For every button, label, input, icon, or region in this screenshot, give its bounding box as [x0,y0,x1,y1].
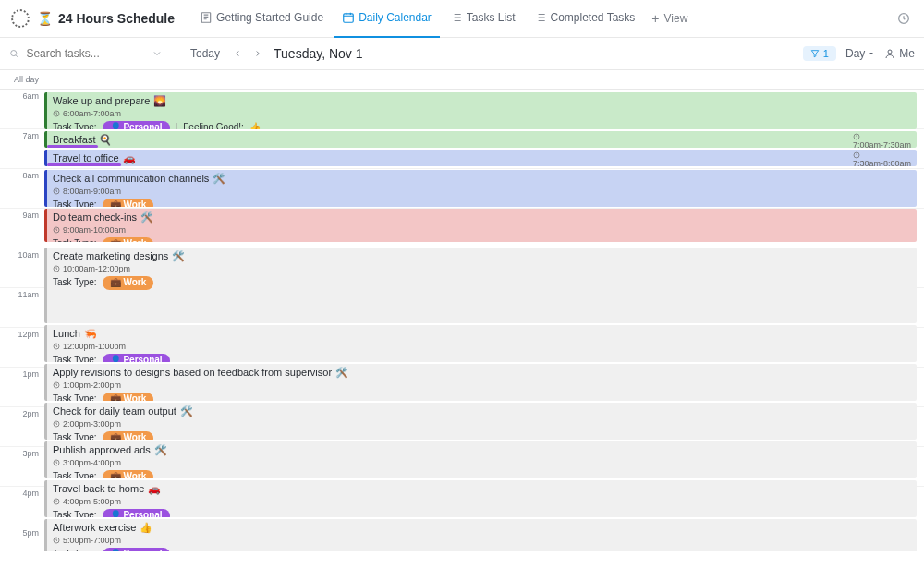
calendar-event[interactable]: Wake up and prepare 🌄6:00am-7:00amTask T… [44,92,917,129]
all-day-row: All day [0,70,924,90]
tab-daily-calendar[interactable]: Daily Calendar [334,0,440,38]
prev-day-button[interactable] [227,45,248,62]
calendar-body: 6am7am8am9am10am11am12pm1pm2pm3pm4pm5pm6… [0,90,924,551]
clock-icon [53,343,60,350]
event-emoji-icon: 🍳 [99,134,112,147]
task-type-badge[interactable]: 💼 Work [103,276,154,290]
event-emoji-icon: 🦐 [84,328,97,341]
task-type-label: Task Type: [53,549,97,551]
tab-label: Getting Started Guide [216,11,323,24]
task-type-label: Task Type: [53,432,97,440]
hour-label: 9am [0,209,44,248]
event-emoji-icon: 🛠️ [335,367,348,380]
tab-tasks-list[interactable]: Tasks List [442,0,524,38]
clock-icon [53,110,60,117]
calendar-event[interactable]: Check for daily team output 🛠️2:00pm-3:0… [44,403,917,440]
task-type-badge[interactable]: 💼 Work [103,431,154,440]
calendar-event[interactable]: Publish approved ads 🛠️3:00pm-4:00pmTask… [44,441,917,478]
me-button[interactable]: Me [884,47,915,60]
add-view-button[interactable]: + View [643,12,696,25]
workspace-title[interactable]: ⏳ 24 Hours Schedule [37,11,175,26]
calendar-event[interactable]: Afterwork exercise 👍5:00pm-7:00pmTask Ty… [44,519,917,551]
calendar-event[interactable]: Travel to office 🚗 7:30am-8:00am [44,150,917,166]
search-input[interactable] [24,46,148,61]
event-emoji-icon: 🛠️ [154,444,167,457]
event-title: Publish approved ads [53,444,151,457]
calendar-event[interactable]: Create marketing designs 🛠️10:00am-12:00… [44,248,917,323]
task-type-label: Task Type: [53,277,97,289]
event-emoji-icon: 🚗 [123,152,136,165]
clock-icon [53,537,60,544]
task-type-badge[interactable]: 👤 Personal [103,509,170,517]
event-time: 9:00am-10:00am [63,225,126,236]
next-day-button[interactable] [248,45,268,62]
task-type-badge[interactable]: 💼 Work [103,470,154,478]
hourglass-icon: ⏳ [37,11,53,26]
event-time: 4:00pm-5:00pm [63,497,121,507]
tab-getting-started-guide[interactable]: Getting Started Guide [191,0,332,38]
calendar-event[interactable]: Apply revisions to designs based on feed… [44,364,917,401]
task-type-label: Task Type: [53,238,97,242]
hour-label: 12pm [0,328,44,367]
event-title: Check for daily team output [53,405,176,418]
hour-label: 5pm [0,526,44,551]
all-day-label: All day [0,75,44,84]
filter-pill[interactable]: 1 [803,46,836,61]
task-type-badge[interactable]: 👤 Personal [103,548,170,551]
event-title: Wake up and prepare [53,95,150,108]
calendar-event[interactable]: Do team check-ins 🛠️9:00am-10:00amTask T… [44,209,917,242]
hour-label: 6am [0,90,44,128]
calendar-event[interactable]: Lunch 🦐12:00pm-1:00pmTask Type: 👤 Person… [44,325,917,362]
task-type-badge[interactable]: 👤 Personal [103,121,170,129]
search-box[interactable] [9,46,148,61]
calendar-event[interactable]: Travel back to home 🚗4:00pm-5:00pmTask T… [44,480,917,517]
feeling-label: Feeling Good!: [183,122,244,129]
task-type-badge[interactable]: 👤 Personal [103,354,170,362]
accent-bar [47,145,98,148]
task-type-badge[interactable]: 💼 Work [103,199,154,207]
automation-icon[interactable] [893,7,915,30]
event-title: Afterwork exercise [53,522,136,535]
task-type-label: Task Type: [53,355,97,362]
event-emoji-icon: 👍 [140,522,152,535]
chevron-down-icon [868,50,875,57]
app-logo-icon [11,9,30,28]
range-select[interactable]: Day [845,47,875,60]
view-tabs: Getting Started GuideDaily CalendarTasks… [191,0,643,38]
calendar-event[interactable]: Breakfast 🍳 7:00am-7:30am [44,131,917,148]
hour-label: 8am [0,169,44,208]
event-time: 12:00pm-1:00pm [63,342,126,352]
svg-point-3 [11,51,17,56]
hour-label: 11am [0,288,44,327]
event-emoji-icon: 🛠️ [172,250,185,263]
current-date-label: Tuesday, Nov 1 [274,46,363,61]
event-time: 7:00am-7:30am [853,133,911,148]
thumbs-up-icon: 👍 [249,122,261,129]
task-type-label: Task Type: [53,199,97,207]
event-time: 6:00am-7:00am [63,109,121,119]
today-button[interactable]: Today [183,43,227,64]
task-type-badge[interactable]: 💼 Work [103,237,154,242]
hour-label: 10am [0,248,44,287]
event-title: Check all communication channels [53,173,209,186]
clock-icon [53,226,60,234]
tab-completed-tasks[interactable]: Completed Tasks [526,0,644,38]
calendar-event[interactable]: Check all communication channels 🛠️8:00a… [44,170,917,207]
event-emoji-icon: 🌄 [153,95,166,108]
filter-icon [810,49,820,58]
clock-icon [53,459,60,466]
separator: | [176,122,178,129]
tab-label: Completed Tasks [551,11,636,24]
event-title: Lunch [53,328,80,341]
search-expand-icon[interactable] [148,44,166,63]
event-emoji-icon: 🛠️ [213,173,225,186]
event-time: 7:30am-8:00am [853,151,911,166]
event-time: 1:00pm-2:00pm [63,381,121,391]
me-label: Me [899,47,915,60]
title-text: 24 Hours Schedule [58,11,175,26]
task-type-label: Task Type: [53,393,97,401]
filter-count: 1 [823,48,829,59]
task-type-badge[interactable]: 💼 Work [103,393,154,401]
clock-icon [53,498,60,505]
accent-bar [47,163,121,166]
